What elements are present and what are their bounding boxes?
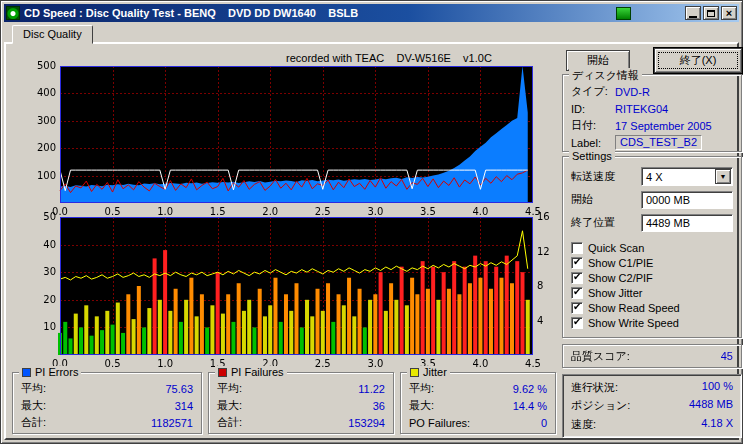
total-value: 153294 <box>348 417 385 429</box>
jitter-panel-title: Jitter <box>407 366 450 378</box>
progress-value: 100 % <box>702 380 733 395</box>
show-write-speed-label: Show Write Speed <box>588 317 679 329</box>
minimize-button[interactable] <box>685 6 701 20</box>
pi-errors-title: PI Errors <box>35 366 78 378</box>
disc-info-row: タイプ: DVD-R <box>563 83 741 100</box>
pi-failures-title: PI Failures <box>231 366 284 378</box>
show-read-speed-checkbox[interactable] <box>571 302 583 314</box>
speed-select[interactable]: 4 X ▼ <box>641 167 733 186</box>
max-value: 36 <box>373 400 385 412</box>
quality-score-label: 品質スコア: <box>571 349 630 364</box>
jitter-title: Jitter <box>423 366 447 378</box>
show-c1-pie-checkbox[interactable] <box>571 257 583 269</box>
maximize-button[interactable] <box>703 6 719 20</box>
tab-disc-quality[interactable]: Disc Quality <box>12 25 93 44</box>
disc-info-row: 日付: 17 September 2005 <box>563 117 741 134</box>
show-read-speed-row: Show Read Speed <box>563 300 741 315</box>
chevron-down-icon[interactable]: ▼ <box>715 169 731 184</box>
max-label: 最大: <box>409 398 434 413</box>
show-c2-pif-checkbox[interactable] <box>571 272 583 284</box>
stat-row: 平均:9.62 % <box>401 380 555 397</box>
show-c1-pie-row: Show C1/PIE <box>563 255 741 270</box>
start-position-row: 開始 <box>563 188 741 211</box>
show-write-speed-row: Show Write Speed <box>563 315 741 330</box>
stat-row: 合計:1182571 <box>13 414 201 431</box>
show-jitter-row: Show Jitter <box>563 285 741 300</box>
disc-info-row: Label: CDS_TEST_B2 <box>563 134 741 151</box>
minimize-icon <box>689 16 697 18</box>
pi-failures-panel: PI Failures 平均:11.22 最大:36 合計:153294 <box>208 372 394 434</box>
window-title: CD Speed : Disc Quality Test - BENQ DVD … <box>24 7 616 19</box>
avg-value: 75.63 <box>165 383 193 395</box>
jitter-swatch-icon <box>410 368 419 377</box>
close-icon: × <box>726 8 732 18</box>
disc-label-value: CDS_TEST_B2 <box>615 135 702 150</box>
titlebar[interactable]: CD Speed : Disc Quality Test - BENQ DVD … <box>4 4 739 22</box>
titlebar-green-icon[interactable] <box>616 7 631 20</box>
quality-score-group: 品質スコア: 45 <box>562 344 742 368</box>
stat-row: 最大:14.4 % <box>401 397 555 414</box>
total-label: 合計: <box>21 415 46 430</box>
app-window: CD Speed : Disc Quality Test - BENQ DVD … <box>0 0 743 444</box>
stat-row: 合計:153294 <box>209 414 393 431</box>
quality-score-row: 品質スコア: 45 <box>563 345 741 367</box>
speed-status-value: 4.18 X <box>701 417 733 432</box>
stat-row: 平均:75.63 <box>13 380 201 397</box>
progress-panel: 進行状況: 100 % ポジション: 4488 MB 速度: 4.18 X <box>562 374 742 438</box>
disc-info-group-title: ディスク情報 <box>569 68 642 83</box>
quick-scan-row: Quick Scan <box>563 240 741 255</box>
quality-score-value: 45 <box>721 350 733 362</box>
settings-group-title: Settings <box>569 150 615 162</box>
pi-failures-panel-title: PI Failures <box>215 366 287 378</box>
avg-label: 平均: <box>21 381 46 396</box>
show-jitter-checkbox[interactable] <box>571 287 583 299</box>
avg-label: 平均: <box>217 381 242 396</box>
exit-button-label: 終了(X) <box>680 53 717 68</box>
quick-scan-checkbox[interactable] <box>571 242 583 254</box>
speed-status-row: 速度: 4.18 X <box>563 417 741 432</box>
total-label: 合計: <box>217 415 242 430</box>
disc-date-value: 17 September 2005 <box>615 120 712 132</box>
speed-select-value: 4 X <box>642 171 715 183</box>
disc-type-value: DVD-R <box>615 86 650 98</box>
avg-label: 平均: <box>409 381 434 396</box>
show-c1-pie-label: Show C1/PIE <box>588 257 653 269</box>
disc-info-row: ID: RITEKG04 <box>563 100 741 117</box>
total-value: 1182571 <box>151 417 193 429</box>
max-value: 314 <box>175 400 193 412</box>
progress-label: 進行状況: <box>571 380 618 395</box>
disc-quality-page: recorded with TEAC DV-W516E v1.0C PI Err… <box>4 42 739 440</box>
disc-info-group: ディスク情報 タイプ: DVD-R ID: RITEKG04 日付: 17 Se… <box>562 74 742 152</box>
show-read-speed-label: Show Read Speed <box>588 302 680 314</box>
quick-scan-label: Quick Scan <box>588 242 644 254</box>
pi-failures-swatch-icon <box>218 368 227 377</box>
exit-button[interactable]: 終了(X) <box>654 48 742 73</box>
close-button[interactable]: × <box>721 6 737 20</box>
pi-failures-jitter-chart <box>30 211 554 371</box>
stat-row: 最大:36 <box>209 397 393 414</box>
start-position-input[interactable] <box>641 191 733 209</box>
max-label: 最大: <box>21 398 46 413</box>
show-c2-pif-row: Show C2/PIF <box>563 270 741 285</box>
speed-row: 転送速度 4 X ▼ <box>563 165 741 188</box>
maximize-icon <box>707 10 715 17</box>
po-failures-value: 0 <box>541 417 547 429</box>
show-c2-pif-label: Show C2/PIF <box>588 272 653 284</box>
stat-row: 平均:11.22 <box>209 380 393 397</box>
show-write-speed-checkbox[interactable] <box>571 317 583 329</box>
settings-group: Settings 転送速度 4 X ▼ 開始 終了位置 Quick Scan <box>562 156 742 338</box>
pi-errors-chart <box>30 60 554 219</box>
end-position-input[interactable] <box>641 214 733 232</box>
start-button-label: 開始 <box>587 53 609 68</box>
position-row: ポジション: 4488 MB <box>563 398 741 413</box>
show-jitter-label: Show Jitter <box>588 287 642 299</box>
end-position-label: 終了位置 <box>571 215 615 230</box>
pi-errors-swatch-icon <box>22 368 31 377</box>
pi-errors-panel: PI Errors 平均:75.63 最大:314 合計:1182571 <box>12 372 202 434</box>
start-position-label: 開始 <box>571 192 593 207</box>
jitter-panel: Jitter 平均:9.62 % 最大:14.4 % PO Failures:0 <box>400 372 556 434</box>
end-position-row: 終了位置 <box>563 211 741 234</box>
disc-id-value: RITEKG04 <box>615 103 668 115</box>
position-value: 4488 MB <box>689 398 733 413</box>
position-label: ポジション: <box>571 398 630 413</box>
